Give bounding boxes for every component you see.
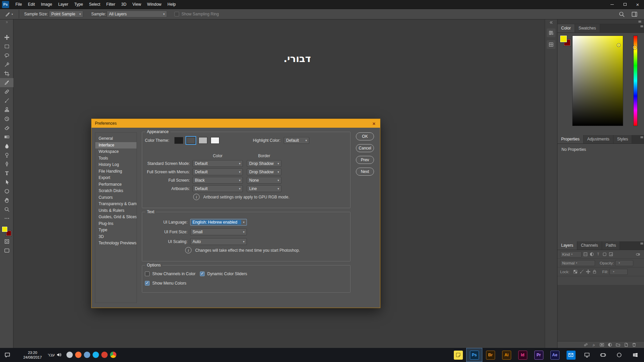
- eyedropper-tool[interactable]: [0, 78, 13, 87]
- preferences-nav-item[interactable]: Export: [95, 175, 137, 181]
- panel-tab[interactable]: Color: [557, 24, 575, 33]
- panel-tab[interactable]: Layers: [557, 241, 577, 250]
- color-theme-swatch[interactable]: [174, 137, 183, 144]
- panel-tab[interactable]: Properties: [557, 135, 584, 143]
- color-select[interactable]: Default: [193, 169, 243, 175]
- menu-item[interactable]: Edit: [25, 0, 38, 9]
- hand-tool[interactable]: [0, 196, 13, 205]
- border-select[interactable]: Line: [247, 185, 281, 192]
- show-channels-in-color-checkbox[interactable]: Show Channels in Color: [145, 271, 196, 277]
- preferences-nav-item[interactable]: Guides, Grid & Slices: [95, 214, 137, 221]
- minimize-button[interactable]: [606, 0, 619, 9]
- menu-item[interactable]: Type: [71, 0, 86, 9]
- panel-menu-icon[interactable]: [640, 135, 644, 139]
- preferences-nav-item[interactable]: Units & Rulers: [95, 207, 137, 214]
- start-button[interactable]: [627, 348, 643, 362]
- ellipse-tool[interactable]: [0, 187, 13, 196]
- highlight-color-select[interactable]: Default: [284, 137, 309, 144]
- screen-mode-button[interactable]: [0, 246, 13, 255]
- checkbox[interactable]: [200, 272, 205, 276]
- search-button[interactable]: [611, 348, 627, 362]
- menu-item[interactable]: Image: [38, 0, 55, 9]
- action-center-icon[interactable]: [4, 352, 11, 358]
- saturation-brightness-field[interactable]: [572, 36, 623, 126]
- eraser-tool[interactable]: [0, 123, 13, 132]
- foreground-color-chip[interactable]: [560, 36, 567, 42]
- menu-item[interactable]: Window: [144, 0, 165, 9]
- foreground-color-swatch[interactable]: [2, 227, 7, 232]
- menu-item[interactable]: File: [12, 0, 25, 9]
- panel-tab[interactable]: Channels: [577, 241, 602, 250]
- quick-mask-button[interactable]: [0, 237, 13, 246]
- brush-tool[interactable]: [0, 96, 13, 105]
- move-tool[interactable]: [0, 33, 13, 42]
- color-theme-swatch[interactable]: [186, 137, 195, 144]
- preferences-nav-item[interactable]: Tools: [95, 155, 137, 162]
- tool-preset-dropdown[interactable]: [2, 10, 16, 18]
- text-setting-select[interactable]: Small: [190, 229, 247, 235]
- panel-tab[interactable]: Styles: [613, 135, 632, 143]
- ok-button[interactable]: OK: [356, 132, 374, 140]
- lasso-tool[interactable]: [0, 51, 13, 60]
- preferences-nav-item[interactable]: Interface: [95, 142, 137, 149]
- panel-tab[interactable]: Swatches: [575, 24, 600, 33]
- panel-tab[interactable]: Paths: [602, 241, 620, 250]
- panel-menu-icon[interactable]: [638, 19, 642, 24]
- preferences-nav-item[interactable]: Plug-Ins: [95, 221, 137, 227]
- show-menu-colors-checkbox[interactable]: Show Menu Colors: [145, 280, 186, 286]
- dialog-titlebar[interactable]: Preferences: [92, 119, 380, 128]
- dynamic-color-sliders-checkbox[interactable]: Dynamic Color Sliders: [200, 271, 247, 277]
- dodge-tool[interactable]: [0, 150, 13, 160]
- language-indicator[interactable]: עבר: [48, 348, 55, 362]
- workspace-icon[interactable]: [631, 11, 638, 17]
- after-effects[interactable]: Ae: [547, 348, 563, 362]
- checkbox[interactable]: [145, 281, 150, 286]
- preferences-nav-item[interactable]: Cursors: [95, 194, 137, 201]
- collapsed-panel-button[interactable]: [547, 40, 555, 49]
- preferences-nav-item[interactable]: Transparency & Gamut: [95, 201, 137, 207]
- sticky-notes[interactable]: [450, 348, 466, 362]
- history-brush-tool[interactable]: [0, 114, 13, 123]
- menu-item[interactable]: Layer: [55, 0, 71, 9]
- mail-app[interactable]: [563, 348, 579, 362]
- sample-size-select[interactable]: Point Sample: [49, 11, 83, 17]
- close-button[interactable]: ×: [631, 0, 644, 9]
- dialog-close-button[interactable]: [368, 119, 380, 128]
- preferences-nav-item[interactable]: History Log: [95, 162, 137, 168]
- cancel-button[interactable]: Cancel: [356, 144, 374, 152]
- collapsed-panel-button[interactable]: [547, 28, 555, 37]
- premiere[interactable]: Pr: [531, 348, 547, 362]
- marquee-tool[interactable]: [0, 42, 13, 51]
- tray-icon-4[interactable]: [93, 352, 99, 358]
- illustrator[interactable]: Ai: [498, 348, 515, 362]
- checkbox[interactable]: [145, 272, 150, 276]
- tray-icon-1[interactable]: [66, 352, 73, 358]
- sample-select[interactable]: All Layers: [107, 11, 167, 17]
- bridge[interactable]: Br: [482, 348, 498, 362]
- preferences-nav-item[interactable]: 3D: [95, 234, 137, 240]
- color-select[interactable]: Default: [193, 160, 243, 167]
- preferences-nav-item[interactable]: Scratch Disks: [95, 188, 137, 194]
- next-button[interactable]: Next: [356, 168, 374, 176]
- menu-item[interactable]: View: [129, 0, 144, 9]
- quick-selection-tool[interactable]: [0, 60, 13, 69]
- photoshop[interactable]: Ps: [466, 348, 482, 362]
- crop-tool[interactable]: [0, 69, 13, 78]
- panel-menu-icon[interactable]: [640, 24, 644, 28]
- desktop-app[interactable]: [579, 348, 595, 362]
- preferences-nav-item[interactable]: Performance: [95, 181, 137, 188]
- blur-tool[interactable]: [0, 141, 13, 150]
- zoom-tool[interactable]: [0, 205, 13, 214]
- color-select[interactable]: Default: [193, 185, 243, 192]
- panel-tab[interactable]: Adjustments: [584, 135, 613, 143]
- text-setting-select[interactable]: English: Hebrew enabled: [190, 219, 247, 226]
- path-selection-tool[interactable]: [0, 178, 13, 187]
- pen-tool[interactable]: [0, 160, 13, 169]
- color-select[interactable]: Black: [193, 177, 243, 184]
- preferences-nav-item[interactable]: Workspace: [95, 148, 137, 155]
- volume-icon[interactable]: [56, 352, 62, 358]
- border-select[interactable]: Drop Shadow: [247, 169, 281, 175]
- indesign[interactable]: Id: [515, 348, 531, 362]
- preferences-nav-item[interactable]: File Handling: [95, 168, 137, 175]
- prev-button[interactable]: Prev: [356, 156, 374, 164]
